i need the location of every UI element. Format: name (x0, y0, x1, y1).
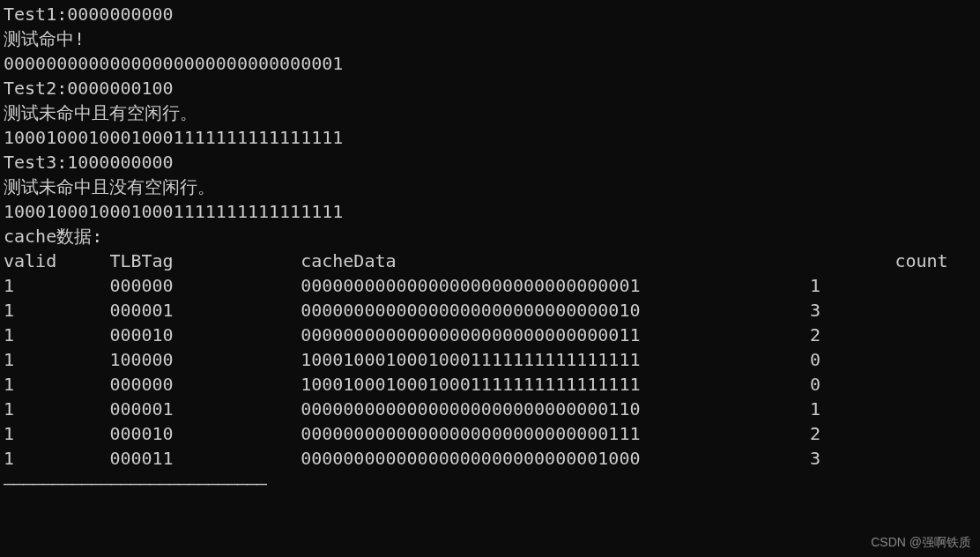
separator-line: ——————————————————————————— (4, 471, 976, 495)
table-row: 1 000001 0000000000000000000000000000011… (4, 397, 976, 421)
table-header: valid TLBTag cacheData count (4, 249, 976, 273)
test2-message: 测试未命中且有空闲行。 (4, 100, 976, 125)
table-body: 1 000000 0000000000000000000000000000000… (4, 273, 976, 471)
test1-message: 测试命中! (4, 26, 976, 51)
table-row: 1 000000 0000000000000000000000000000000… (4, 273, 976, 298)
table-row: 1 000000 1000100010001000111111111111111… (4, 372, 976, 397)
test3-data: 10001000100010001111111111111111 (4, 199, 976, 224)
table-row: 1 000011 0000000000000000000000000000100… (4, 446, 976, 471)
test2-data: 10001000100010001111111111111111 (4, 125, 976, 150)
test1-data: 00000000000000000000000000000001 (4, 51, 976, 76)
cache-title: cache数据: (4, 224, 976, 249)
test2-header: Test2:0000000100 (4, 76, 976, 100)
table-row: 1 000010 0000000000000000000000000000001… (4, 323, 976, 347)
table-row: 1 100000 1000100010001000111111111111111… (4, 347, 976, 372)
table-row: 1 000001 0000000000000000000000000000001… (4, 298, 976, 323)
test1-header: Test1:0000000000 (4, 2, 976, 26)
watermark: CSDN @强啊铁质 (871, 534, 971, 552)
test3-message: 测试未命中且没有空闲行。 (4, 175, 976, 199)
test3-header: Test3:1000000000 (4, 150, 976, 175)
table-row: 1 000010 0000000000000000000000000000011… (4, 421, 976, 446)
